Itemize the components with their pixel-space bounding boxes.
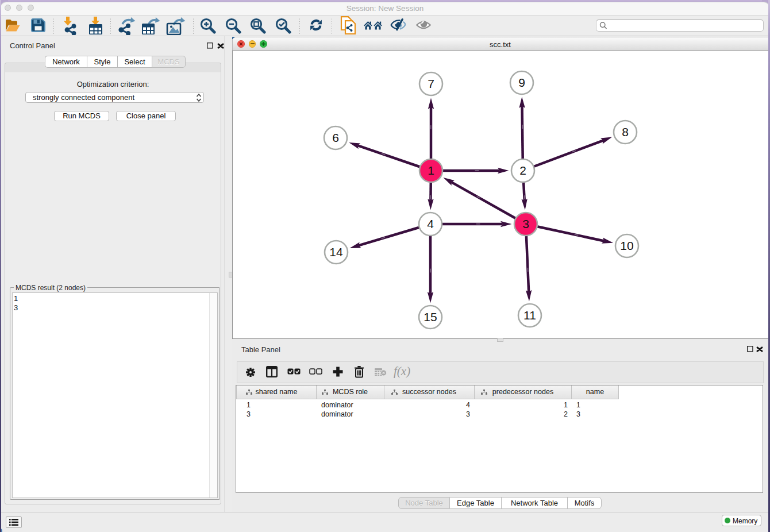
svg-text:2: 2 (519, 164, 526, 177)
svg-text:9: 9 (518, 76, 525, 89)
svg-text:6: 6 (332, 131, 339, 144)
svg-text:14: 14 (329, 245, 343, 259)
svg-text:15: 15 (424, 310, 437, 323)
svg-text:4: 4 (427, 217, 434, 230)
svg-text:1: 1 (428, 164, 434, 177)
svg-text:3: 3 (522, 217, 529, 230)
svg-text:10: 10 (620, 239, 633, 252)
svg-text:7: 7 (428, 77, 434, 90)
svg-text:8: 8 (622, 125, 629, 138)
svg-text:11: 11 (523, 309, 536, 322)
